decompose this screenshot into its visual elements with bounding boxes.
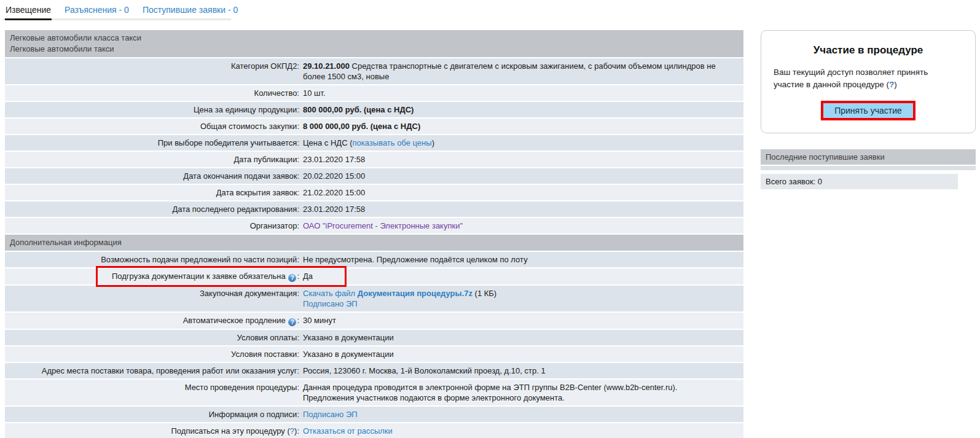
participation-panel: Участие в процедуре Ваш текущий доступ п… xyxy=(761,30,976,133)
content-area: Легковые автомобили класса такси Легковы… xyxy=(5,30,980,438)
row-value: Не предусмотрена. Предложение подаётся ц… xyxy=(301,252,743,267)
latest-bids-header: Последние поступившие заявки xyxy=(761,149,976,165)
venue-line1: Данная процедура проводится в электронно… xyxy=(303,383,677,392)
row-label: Подгрузка документации к заявке обязател… xyxy=(5,268,301,284)
subscribe-label-post: ): xyxy=(294,426,299,436)
help-icon[interactable]: ? xyxy=(288,318,296,326)
participation-title: Участие в процедуре xyxy=(774,44,963,57)
row-value: Отказаться от рассылки xyxy=(301,423,743,438)
auto-extend-label: Автоматическое продление xyxy=(183,316,286,325)
table-row-delivery-address: Адрес места поставки товара, проведения … xyxy=(5,363,743,378)
venue-line2: Предложения участников подаются в форме … xyxy=(303,393,565,402)
table-row-delivery-terms: Условия поставки: Указано в документации xyxy=(5,346,743,362)
row-label: Количество: xyxy=(5,85,301,101)
tab-incoming-bids[interactable]: Поступившие заявки - 0 xyxy=(142,0,238,18)
row-label: Условия оплаты: xyxy=(5,330,301,345)
row-label: Автоматическое продление ?: xyxy=(5,313,301,329)
table-row-quantity: Количество: 10 шт. xyxy=(5,85,743,101)
table-row-unit-price: Цена за единицу продукции: 800 000,00 ру… xyxy=(5,102,743,117)
tab-clarifications[interactable]: Разъяснения - 0 xyxy=(64,0,130,18)
table-row-venue: Место проведения процедуры: Данная проце… xyxy=(5,380,743,405)
table-row-publication-date: Дата публикации: 23.01.2020 17:58 xyxy=(5,152,743,167)
row-label: Подписаться на эту процедуру (?): xyxy=(5,423,301,438)
show-both-prices-link[interactable]: показывать обе цены xyxy=(353,138,432,147)
winner-value: Цена с НДС ( xyxy=(303,138,353,147)
row-value: 23.01.2020 17:58 xyxy=(301,152,743,167)
table-row-auto-extend: Автоматическое продление ?: 30 минут xyxy=(5,313,743,329)
procedure-details-table: Легковые автомобили класса такси Легковы… xyxy=(5,30,743,438)
row-label: Место проведения процедуры: xyxy=(5,380,301,405)
row-value: Указано в документации xyxy=(301,346,743,362)
docs-required-label: Подгрузка документации к заявке обязател… xyxy=(112,272,286,281)
row-label: Дата последнего редактирования: xyxy=(5,201,301,217)
row-value: Указано в документации xyxy=(301,330,743,345)
okpd-code: 29.10.21.000 xyxy=(303,61,350,71)
row-label: Категория ОКПД2: xyxy=(5,58,301,84)
procedure-title-line2: Легковые автомобили такси xyxy=(10,44,739,55)
winner-value-after: ) xyxy=(432,138,434,147)
table-row-payment-terms: Условия оплаты: Указано в документации xyxy=(5,330,743,345)
table-row-opening-date: Дата вскрытия заявок: 21.02.2020 15:00 xyxy=(5,185,743,200)
table-row-procurement-docs: Закупочная документация: Скачать файл До… xyxy=(5,286,743,311)
table-row-docs-required: Подгрузка документации к заявке обязател… xyxy=(5,268,743,284)
table-row-organizer: Организатор: ОАО "iProcurement - Электро… xyxy=(5,218,743,233)
row-value: 8 000 000,00 руб. (цена с НДС) xyxy=(301,119,743,134)
participation-text: Ваш текущий доступ позволяет принять уча… xyxy=(774,66,947,91)
participation-help-link[interactable]: ? xyxy=(889,80,894,89)
signed-ep-link[interactable]: Подписано ЭП xyxy=(303,299,358,308)
download-file-link[interactable]: Скачать файл xyxy=(303,289,355,298)
row-value: 23.01.2020 17:58 xyxy=(301,201,743,217)
row-label: Дата окончания подачи заявок: xyxy=(5,168,301,184)
procedure-page: Извещение Разъяснения - 0 Поступившие за… xyxy=(0,0,980,438)
table-row-signature-info: Информация о подписи: Подписано ЭП xyxy=(5,407,743,422)
participation-text-pre: Ваш текущий доступ позволяет принять уча… xyxy=(774,68,928,89)
file-size: (1 КБ) xyxy=(472,289,496,298)
table-row-last-edit-date: Дата последнего редактирования: 23.01.20… xyxy=(5,201,743,217)
okpd-desc: Средства транспортные с двигателем с иск… xyxy=(303,61,716,81)
row-label: Закупочная документация: xyxy=(5,286,301,311)
row-value: 10 шт. xyxy=(301,85,743,101)
row-value: Данная процедура проводится в электронно… xyxy=(301,380,743,405)
row-value: Да xyxy=(301,268,743,284)
row-label: Информация о подписи: xyxy=(5,407,301,422)
total-bids-row: Всего заявок: 0 xyxy=(761,174,958,189)
table-row-partial-bids: Возможность подачи предложений по части … xyxy=(5,252,743,267)
row-value: Подписано ЭП xyxy=(301,407,743,422)
help-icon[interactable]: ? xyxy=(288,274,296,282)
unsubscribe-link[interactable]: Отказаться от рассылки xyxy=(303,426,393,436)
row-value: Цена с НДС (показывать обе цены) xyxy=(301,135,743,151)
subscribe-label-pre: Подписаться на эту процедуру ( xyxy=(171,426,290,436)
take-part-button[interactable]: Принять участие xyxy=(821,101,915,120)
row-label: Организатор: xyxy=(5,218,301,233)
auto-extend-colon: : xyxy=(297,316,299,325)
row-value: 21.02.2020 15:00 xyxy=(301,185,743,200)
table-row-submission-deadline: Дата окончания подачи заявок: 20.02.2020… xyxy=(5,168,743,184)
row-label: Цена за единицу продукции: xyxy=(5,102,301,117)
row-value: ОАО "iProcurement - Электронные закупки" xyxy=(301,218,743,233)
table-row-winner-criteria: При выборе победителя учитывается: Цена … xyxy=(5,135,743,151)
tab-notice[interactable]: Извещение xyxy=(5,0,52,20)
latest-bids-subheader-strip xyxy=(761,166,976,170)
row-label: Возможность подачи предложений по части … xyxy=(5,252,301,267)
row-value: 29.10.21.000 Средства транспортные с дви… xyxy=(301,58,743,84)
right-sidebar: Участие в процедуре Ваш текущий доступ п… xyxy=(761,30,976,189)
row-value: 800 000,00 руб. (цена с НДС) xyxy=(301,102,743,117)
row-label: Общая стоимость закупки: xyxy=(5,119,301,134)
procedure-title-header: Легковые автомобили класса такси Легковы… xyxy=(5,30,743,57)
row-label: Дата публикации: xyxy=(5,152,301,167)
procedure-title-line1: Легковые автомобили класса такси xyxy=(10,33,739,44)
row-label: Дата вскрытия заявок: xyxy=(5,185,301,200)
row-label: При выборе победителя учитывается: xyxy=(5,135,301,151)
table-row-total-price: Общая стоимость закупки: 8 000 000,00 ру… xyxy=(5,119,743,134)
additional-info-header: Дополнительная информация xyxy=(5,235,743,251)
documentation-file-link[interactable]: Документация процедуры.7z xyxy=(358,289,472,298)
latest-bids-block: Последние поступившие заявки Всего заяво… xyxy=(761,149,976,189)
signature-info-link[interactable]: Подписано ЭП xyxy=(303,410,358,419)
docs-required-colon: : xyxy=(297,272,299,281)
table-row-subscribe: Подписаться на эту процедуру (?): Отказа… xyxy=(5,423,743,438)
organizer-link[interactable]: ОАО "iProcurement - Электронные закупки" xyxy=(303,221,463,230)
tab-bar: Извещение Разъяснения - 0 Поступившие за… xyxy=(2,0,231,20)
row-value: Россия, 123060 г. Москва, 1-й Волоколамс… xyxy=(301,363,743,378)
subscribe-help-link[interactable]: ? xyxy=(290,426,294,436)
row-value: Скачать файл Документация процедуры.7z (… xyxy=(301,286,743,311)
